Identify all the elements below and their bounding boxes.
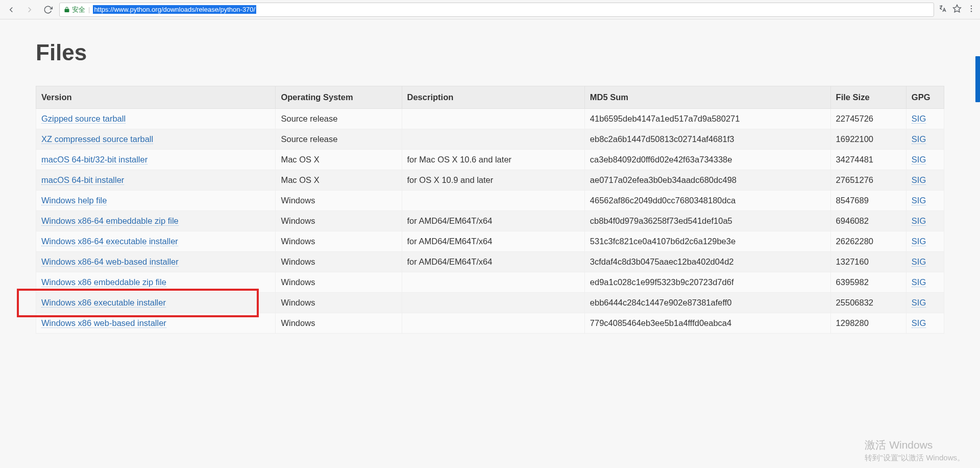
page-title: Files — [36, 40, 944, 65]
download-link[interactable]: Windows x86 executable installer — [41, 298, 166, 308]
svg-marker-0 — [953, 5, 961, 12]
cell-size: 16922100 — [830, 129, 906, 150]
svg-point-1 — [971, 5, 972, 6]
cell-os: Windows — [276, 252, 402, 272]
table-row: Windows x86 web-based installerWindows77… — [36, 313, 944, 334]
table-row: XZ compressed source tarballSource relea… — [36, 129, 944, 150]
download-link[interactable]: macOS 64-bit installer — [41, 175, 124, 185]
sig-link[interactable]: SIG — [912, 318, 926, 328]
cell-os: Windows — [276, 293, 402, 313]
col-header-md5: MD5 Sum — [584, 86, 830, 109]
cell-md5: cb8b4f0d979a36258f73ed541def10a5 — [584, 211, 830, 231]
sig-link[interactable]: SIG — [912, 196, 926, 205]
sig-link[interactable]: SIG — [912, 237, 926, 246]
translate-icon[interactable] — [938, 4, 947, 15]
cell-size: 8547689 — [830, 191, 906, 211]
table-row: Windows x86-64 embeddable zip fileWindow… — [36, 211, 944, 231]
cell-os: Windows — [276, 313, 402, 334]
cell-md5: 46562af86c2049dd0cc7680348180dca — [584, 191, 830, 211]
cell-os: Mac OS X — [276, 170, 402, 191]
cell-size: 27651276 — [830, 170, 906, 191]
cell-description: for AMD64/EM64T/x64 — [402, 252, 584, 272]
cell-md5: ca3eb84092d0ff6d02e42f63a734338e — [584, 150, 830, 170]
svg-point-3 — [971, 11, 972, 12]
secure-label: 安全 — [72, 5, 85, 14]
download-link[interactable]: Windows x86 web-based installer — [41, 318, 166, 328]
table-row: Windows x86-64 web-based installerWindow… — [36, 252, 944, 272]
cell-size: 1298280 — [830, 313, 906, 334]
cell-md5: ae0717a02efea3b0eb34aadc680dc498 — [584, 170, 830, 191]
table-row: Windows x86 embeddable zip fileWindowsed… — [36, 272, 944, 293]
table-row: Windows help fileWindows46562af86c2049dd… — [36, 191, 944, 211]
cell-size: 6946082 — [830, 211, 906, 231]
sig-link[interactable]: SIG — [912, 277, 926, 287]
menu-icon[interactable] — [967, 4, 976, 15]
cell-size: 1327160 — [830, 252, 906, 272]
cell-os: Source release — [276, 109, 402, 129]
svg-point-2 — [971, 8, 972, 9]
cell-size: 6395982 — [830, 272, 906, 293]
cell-os: Windows — [276, 211, 402, 231]
table-row: macOS 64-bit installerMac OS Xfor OS X 1… — [36, 170, 944, 191]
cell-description: for AMD64/EM64T/x64 — [402, 231, 584, 252]
download-link[interactable]: Windows help file — [41, 196, 107, 205]
sig-link[interactable]: SIG — [912, 175, 926, 185]
files-table: Version Operating System Description MD5… — [36, 86, 944, 334]
col-header-os: Operating System — [276, 86, 402, 109]
bookmark-star-icon[interactable] — [952, 4, 962, 15]
download-link[interactable]: XZ compressed source tarball — [41, 134, 153, 144]
cell-md5: 531c3fc821ce0a4107b6d2c6a129be3e — [584, 231, 830, 252]
download-link[interactable]: Windows x86 embeddable zip file — [41, 277, 166, 287]
table-row: Windows x86-64 executable installerWindo… — [36, 231, 944, 252]
table-row: Windows x86 executable installerWindowse… — [36, 293, 944, 313]
cell-description — [402, 191, 584, 211]
col-header-desc: Description — [402, 86, 584, 109]
sig-link[interactable]: SIG — [912, 298, 926, 308]
cell-description — [402, 272, 584, 293]
sig-link[interactable]: SIG — [912, 257, 926, 267]
sig-link[interactable]: SIG — [912, 114, 926, 124]
cell-description — [402, 109, 584, 129]
cell-md5: 41b6595deb4147a1ed517a7d9a580271 — [584, 109, 830, 129]
cell-md5: ebb6444c284c1447e902e87381afeff0 — [584, 293, 830, 313]
cell-description — [402, 293, 584, 313]
cell-size: 25506832 — [830, 293, 906, 313]
cell-size: 26262280 — [830, 231, 906, 252]
cell-description — [402, 129, 584, 150]
page-viewport[interactable]: Files Version Operating System Descripti… — [0, 19, 980, 468]
col-header-size: File Size — [830, 86, 906, 109]
cell-os: Windows — [276, 272, 402, 293]
download-link[interactable]: Windows x86-64 executable installer — [41, 237, 178, 246]
download-link[interactable]: Windows x86-64 embeddable zip file — [41, 216, 179, 226]
reload-button[interactable] — [41, 3, 55, 17]
back-button[interactable] — [4, 3, 18, 17]
sig-link[interactable]: SIG — [912, 216, 926, 226]
col-header-version: Version — [36, 86, 276, 109]
url-text[interactable]: https://www.python.org/downloads/release… — [93, 5, 256, 14]
address-bar[interactable]: 安全 | https://www.python.org/downloads/re… — [59, 3, 934, 17]
cell-size: 22745726 — [830, 109, 906, 129]
cell-md5: 779c4085464eb3ee5b1a4fffd0eabca4 — [584, 313, 830, 334]
cell-description: for AMD64/EM64T/x64 — [402, 211, 584, 231]
download-link[interactable]: Windows x86-64 web-based installer — [41, 257, 179, 267]
forward-button[interactable] — [22, 3, 37, 17]
cell-description — [402, 313, 584, 334]
table-header-row: Version Operating System Description MD5… — [36, 86, 944, 109]
browser-toolbar: 安全 | https://www.python.org/downloads/re… — [0, 0, 980, 19]
table-row: Gzipped source tarballSource release41b6… — [36, 109, 944, 129]
download-link[interactable]: Gzipped source tarball — [41, 114, 126, 124]
sig-link[interactable]: SIG — [912, 134, 926, 144]
cell-size: 34274481 — [830, 150, 906, 170]
cell-md5: eb8c2a6b1447d50813c02714af4681f3 — [584, 129, 830, 150]
cell-description: for OS X 10.9 and later — [402, 170, 584, 191]
sig-link[interactable]: SIG — [912, 155, 926, 165]
cell-md5: ed9a1c028c1e99f5323b9c20723d7d6f — [584, 272, 830, 293]
cell-os: Windows — [276, 191, 402, 211]
cell-os: Source release — [276, 129, 402, 150]
cell-md5: 3cfdaf4c8d3b0475aaec12ba402d04d2 — [584, 252, 830, 272]
cell-os: Windows — [276, 231, 402, 252]
download-link[interactable]: macOS 64-bit/32-bit installer — [41, 155, 148, 165]
cell-description: for Mac OS X 10.6 and later — [402, 150, 584, 170]
cell-os: Mac OS X — [276, 150, 402, 170]
scrollbar-accent — [975, 56, 980, 102]
